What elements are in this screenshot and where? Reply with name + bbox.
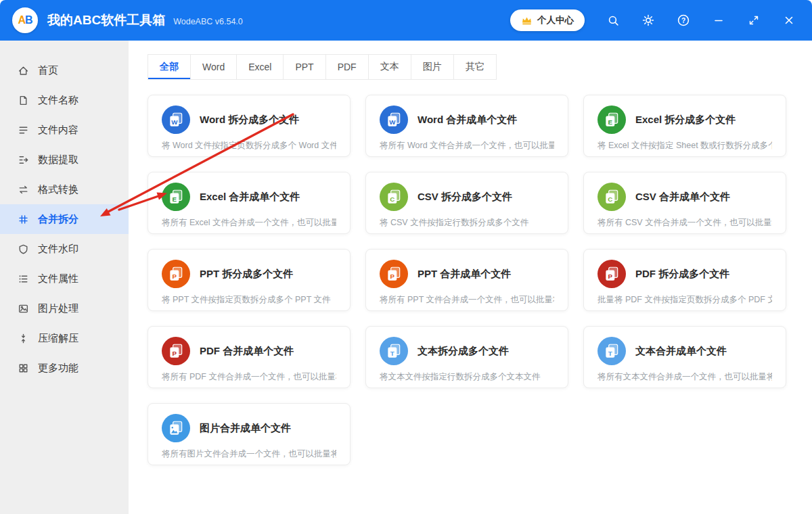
svg-text:P: P: [173, 350, 177, 357]
image-icon: [18, 303, 29, 314]
card-title: PDF 合并成单个文件: [200, 345, 294, 358]
card-title: 图片合并成单个文件: [200, 422, 291, 435]
card-title: PDF 拆分成多个文件: [635, 268, 729, 281]
card-ppt-split[interactable]: P PPT 拆分成多个文件 将 PPT 文件按指定页数拆分成多个 PPT 文件: [148, 249, 351, 311]
user-center-button[interactable]: 个人中心: [510, 9, 585, 31]
tab-ppt[interactable]: PPT: [283, 54, 325, 80]
sidebar-item-home[interactable]: 首页: [0, 55, 129, 85]
tab-other[interactable]: 其它: [453, 54, 497, 80]
card-image-merge[interactable]: 图片合并成单个文件 将所有图片文件合并成一个文件，也可以批量将多个文件: [148, 403, 351, 465]
csv-split-icon: C: [380, 183, 408, 211]
excel-split-icon: E: [597, 106, 626, 134]
card-desc: 将所有 PPT 文件合并成一个文件，也可以批量将多: [380, 294, 554, 306]
card-title: PPT 合并成单个文件: [418, 268, 511, 281]
search-icon[interactable]: [606, 14, 620, 27]
svg-text:W: W: [389, 118, 396, 126]
file-icon: [18, 95, 29, 106]
tab-word[interactable]: Word: [190, 54, 237, 80]
card-word-split[interactable]: W Word 拆分成多个文件 将 Word 文件按指定页数拆分成多个 Word …: [148, 95, 351, 157]
sidebar-item-label: 压缩解压: [38, 332, 78, 345]
card-text-split[interactable]: T 文本拆分成多个文件 将文本文件按指定行数拆分成多个文本文件: [365, 326, 568, 388]
close-icon[interactable]: [782, 14, 796, 27]
sidebar-item-file-name[interactable]: 文件名称: [0, 85, 129, 115]
svg-text:C: C: [608, 195, 612, 203]
convert-icon: [18, 184, 29, 195]
tab-image[interactable]: 图片: [411, 54, 454, 80]
tab-excel[interactable]: Excel: [236, 54, 284, 80]
sidebar-item-file-props[interactable]: 文件属性: [0, 264, 129, 294]
minimize-icon[interactable]: [712, 14, 725, 27]
card-desc: 将 PPT 文件按指定页数拆分成多个 PPT 文件: [162, 294, 336, 306]
sidebar-item-more[interactable]: 更多功能: [0, 353, 129, 383]
tab-pdf[interactable]: PDF: [325, 54, 369, 80]
merge-split-icon: [18, 214, 29, 225]
shield-icon: [18, 243, 29, 255]
titlebar: AB 我的ABC软件工具箱 WodeABC v6.54.0 个人中心: [0, 0, 812, 41]
card-csv-merge[interactable]: C CSV 合并成单个文件 将所有 CSV 文件合并成一个文件，也可以批量将多: [583, 172, 786, 234]
card-text-merge[interactable]: T 文本合并成单个文件 将所有文本文件合并成一个文件，也可以批量将多个: [583, 326, 786, 388]
app-logo: AB: [12, 7, 38, 33]
text-split-icon: T: [380, 337, 408, 365]
card-excel-split[interactable]: E Excel 拆分成多个文件 将 Excel 文件按指定 Sheet 数或行数…: [583, 95, 786, 157]
svg-text:E: E: [173, 195, 177, 203]
card-desc: 将所有 PDF 文件合并成一个文件，也可以批量将多: [162, 371, 336, 383]
card-desc: 将所有文本文件合并成一个文件，也可以批量将多个: [597, 371, 772, 383]
sidebar-item-compress[interactable]: 压缩解压: [0, 323, 129, 353]
tab-text[interactable]: 文本: [368, 54, 411, 80]
sidebar-item-label: 文件属性: [38, 273, 78, 285]
svg-text:?: ?: [681, 17, 685, 24]
svg-text:C: C: [390, 195, 394, 203]
card-desc: 将 Excel 文件按指定 Sheet 数或行数拆分成多个 Exc: [597, 140, 772, 151]
sidebar-item-file-content[interactable]: 文件内容: [0, 115, 129, 145]
compress-icon: [18, 333, 29, 344]
sidebar-item-label: 文件水印: [38, 243, 78, 256]
sidebar-item-label: 数据提取: [38, 154, 78, 166]
sidebar-item-format-convert[interactable]: 格式转换: [0, 174, 129, 204]
text-merge-icon: T: [597, 337, 626, 365]
card-title: Word 拆分成多个文件: [200, 114, 299, 126]
sidebar-item-watermark[interactable]: 文件水印: [0, 234, 129, 264]
tab-all[interactable]: 全部: [148, 54, 191, 80]
word-split-icon: W: [162, 106, 190, 134]
card-desc: 将所有图片文件合并成一个文件，也可以批量将多个文件: [162, 448, 336, 460]
app-window: AB 我的ABC软件工具箱 WodeABC v6.54.0 个人中心: [0, 0, 812, 514]
card-desc: 批量将 PDF 文件按指定页数拆分成多个 PDF 文件: [597, 294, 772, 306]
svg-text:P: P: [173, 273, 177, 280]
card-title: 文本拆分成多个文件: [418, 345, 509, 358]
sidebar-item-label: 文件内容: [38, 124, 78, 137]
settings-gear-icon[interactable]: [641, 14, 655, 27]
maximize-icon[interactable]: [747, 14, 761, 27]
main-content: 全部 Word Excel PPT PDF 文本 图片 其它 W Word 拆分…: [129, 41, 812, 514]
svg-text:P: P: [608, 273, 613, 280]
app-title: 我的ABC软件工具箱: [47, 11, 165, 29]
card-desc: 将所有 CSV 文件合并成一个文件，也可以批量将多: [597, 217, 772, 229]
pdf-merge-icon: P: [162, 337, 190, 365]
sidebar: 首页 文件名称 文件内容 数据提取 格式转换 合并拆分 文件水印 文件属性: [0, 41, 129, 514]
excel-merge-icon: E: [162, 183, 190, 211]
sidebar-item-image-process[interactable]: 图片处理: [0, 294, 129, 323]
card-word-merge[interactable]: W Word 合并成单个文件 将所有 Word 文件合并成一个文件，也可以批量将…: [365, 95, 568, 157]
sidebar-item-label: 格式转换: [38, 183, 78, 196]
home-icon: [18, 65, 29, 76]
sidebar-item-label: 文件名称: [38, 94, 78, 107]
sidebar-item-merge-split[interactable]: 合并拆分: [0, 204, 129, 234]
user-center-label: 个人中心: [537, 14, 574, 26]
card-desc: 将 CSV 文件按指定行数拆分成多个文件: [380, 217, 554, 229]
sidebar-item-label: 首页: [38, 64, 58, 77]
sidebar-item-label: 合并拆分: [38, 213, 78, 226]
sidebar-item-data-extract[interactable]: 数据提取: [0, 145, 129, 174]
svg-text:E: E: [608, 118, 613, 126]
csv-merge-icon: C: [597, 183, 626, 211]
card-pdf-merge[interactable]: P PDF 合并成单个文件 将所有 PDF 文件合并成一个文件，也可以批量将多: [148, 326, 351, 388]
help-icon[interactable]: ?: [677, 14, 690, 27]
sidebar-item-label: 图片处理: [38, 302, 78, 315]
pdf-split-icon: P: [597, 260, 626, 288]
card-csv-split[interactable]: C CSV 拆分成多个文件 将 CSV 文件按指定行数拆分成多个文件: [365, 172, 568, 234]
card-pdf-split[interactable]: P PDF 拆分成多个文件 批量将 PDF 文件按指定页数拆分成多个 PDF 文…: [583, 249, 786, 311]
card-excel-merge[interactable]: E Excel 合并成单个文件 将所有 Excel 文件合并成一个文件，也可以批…: [148, 172, 351, 234]
card-title: 文本合并成单个文件: [635, 345, 727, 358]
ppt-split-icon: P: [162, 260, 190, 288]
svg-text:P: P: [390, 273, 395, 280]
card-ppt-merge[interactable]: P PPT 合并成单个文件 将所有 PPT 文件合并成一个文件，也可以批量将多: [365, 249, 568, 311]
card-title: CSV 合并成单个文件: [635, 191, 730, 204]
